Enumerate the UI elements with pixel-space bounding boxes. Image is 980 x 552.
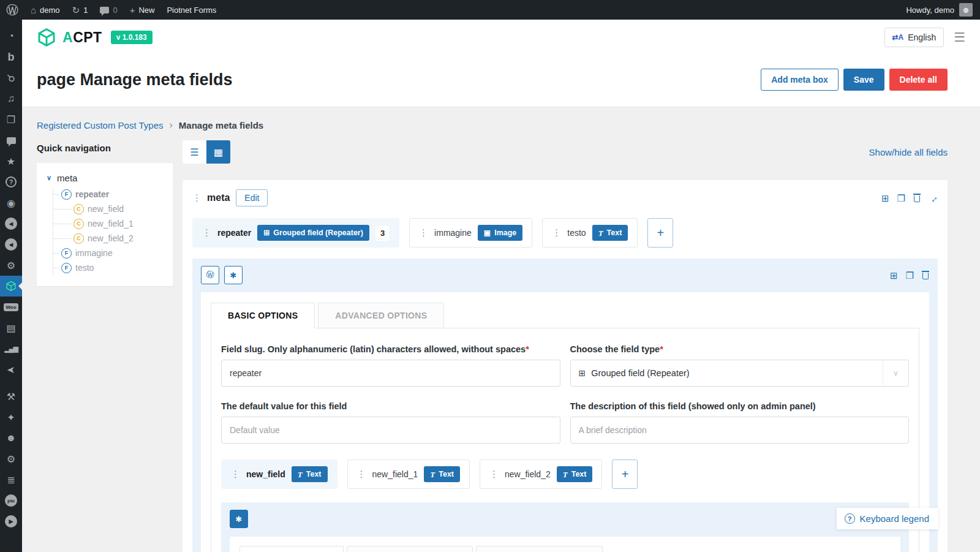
user-avatar[interactable]: ☻ [959,3,973,17]
text-field-icon: T [563,471,568,478]
language-selector[interactable]: ⇄A English [884,28,944,47]
sidebar-item-video[interactable]: ◀ [0,213,22,234]
sidebar-item-settings[interactable]: ⚙ [0,255,22,276]
type-field-group: Choose the field type* ⊞ Grouped field (… [570,344,910,387]
tree-item-new-field-2[interactable]: C new_field_2 [53,231,165,246]
sidebar-item-location[interactable]: ◉ [0,192,22,213]
duplicate-icon[interactable]: ❐ [897,194,905,203]
default-value-label: The default value for this field [221,401,560,411]
tab-advanced-options[interactable]: ADVANCED OPTIONS [318,303,444,328]
sidebar-item-dashboard[interactable]: ◔ [0,26,22,47]
field-type-select[interactable]: ⊞ Grouped field (Repeater) ∨ [570,360,910,387]
tree-item-repeater[interactable]: F repeater [53,187,165,202]
wp-admin-bar: Ⓦ ⌂ demo ↻ 1 0 + New Piotnet Forms Howdy… [0,0,980,20]
hammer-icon: ⚒ [7,391,15,403]
sidebar-item-star[interactable]: ★ [0,151,22,172]
admin-bar-updates[interactable]: ↻ 1 [66,0,94,20]
sidebar-item-piotnet[interactable]: pio [0,490,22,511]
tab-conditional-logic[interactable]: CONDITIONAL LOGIC [476,546,602,552]
sidebar-item-archive[interactable]: ▤ [0,317,22,338]
add-sub-field-button[interactable]: + [612,459,638,489]
save-button[interactable]: Save [843,69,884,91]
sub-field-tab-new-field[interactable]: ⋮ new_field T Text [221,459,337,489]
expand-icon[interactable]: ↔ [927,191,940,204]
copy-plus-icon[interactable]: ⊞ [890,271,898,280]
acpt-brand[interactable]: ACPT v 1.0.183 [37,28,153,47]
field-tab-immagine[interactable]: ⋮ immagine ▣ Image [409,218,532,248]
sidebar-item-media[interactable]: ♫ [0,88,22,109]
tree-item-new-field-1[interactable]: C new_field_1 [53,216,165,231]
brand-name: ACPT [62,29,102,46]
field-badge-icon: F [61,189,72,200]
admin-bar-piotnet-forms[interactable]: Piotnet Forms [160,0,222,20]
required-toggle-button[interactable]: ✱ [224,266,243,284]
tab-basic-options[interactable]: BASIC OPTIONS [239,546,344,552]
hamburger-menu-icon[interactable]: ☰ [954,30,965,45]
sidebar-item-users[interactable]: ☻ [0,428,22,448]
updates-count: 1 [83,6,88,15]
chevron-down-icon: ∨ [883,360,908,386]
sidebar-item-pin[interactable]: ⚲ [0,67,22,88]
main-column: ☰ ▦ Show/hide all fields ⋮ meta Edit ⊞ ❐ [183,140,948,552]
field-tab-testo[interactable]: ⋮ testo T Text [542,218,638,248]
add-meta-box-button[interactable]: Add meta box [761,69,839,91]
sidebar-item-plugins[interactable]: ✦ [0,407,22,428]
sidebar-item-options[interactable]: ≣ [0,469,22,490]
grid-view-button[interactable]: ▦ [206,140,230,164]
admin-bar-comments[interactable]: 0 [94,0,123,20]
delete-all-button[interactable]: Delete all [889,69,948,91]
sidebar-item-help[interactable]: ? [0,172,22,192]
copy-plus-icon[interactable]: ⊞ [881,194,889,203]
description-input[interactable] [570,417,910,444]
field-type-badge: ⊞ Grouped field (Repeater) [257,225,369,241]
sub-field-tab-new-field-2[interactable]: ⋮ new_field_2 T Text [480,459,602,489]
tree-item-testo[interactable]: F testo [53,260,165,275]
required-toggle-button[interactable]: ✱ [230,510,248,528]
text-field-icon: T [298,471,303,478]
slug-input[interactable] [221,360,560,387]
tab-basic-options[interactable]: BASIC OPTIONS [211,303,315,328]
trash-icon[interactable] [913,194,921,202]
sidebar-item-tools[interactable]: ⚙ [0,448,22,469]
sub-field-tab-new-field-1[interactable]: ⋮ new_field_1 T Text [347,459,470,489]
sidebar-item-play[interactable]: ▶ [0,511,22,532]
play-icon: ▶ [5,515,17,527]
field-tab-repeater[interactable]: ⋮ repeater ⊞ Grouped field (Repeater) 3 [192,218,399,248]
tree-item-immagine[interactable]: F immagine [53,246,165,260]
sidebar-item-stats[interactable]: ▂▄▆ [0,338,22,359]
tree-root-meta[interactable]: ∨ meta [44,173,165,183]
sidebar-item-comments[interactable] [0,130,22,151]
field-name: immagine [434,228,472,238]
default-value-input[interactable] [221,417,560,444]
text-field-icon: T [430,471,435,478]
sidebar-item-b-plugin[interactable]: b [0,47,22,67]
drag-handle-icon[interactable]: ⋮ [192,192,202,203]
breadcrumb-parent-link[interactable]: Registered Custom Post Types [37,120,163,130]
list-view-button[interactable]: ☰ [183,140,206,164]
duplicate-icon[interactable]: ❐ [906,271,914,280]
wordpress-logo-icon[interactable]: Ⓦ [0,2,24,18]
tree-item-new-field[interactable]: C new_field [53,202,165,216]
woocommerce-icon: Woo [4,303,18,311]
keyboard-legend-button[interactable]: ? Keyboard legend [837,508,938,529]
wordpress-toggle-button[interactable]: Ⓦ [201,266,219,284]
sidebar-item-pages[interactable]: ❐ [0,109,22,130]
selected-field-type: Grouped field (Repeater) [591,368,689,378]
add-field-button[interactable]: + [647,218,673,248]
sidebar-item-video-alt[interactable]: ◀ [0,234,22,255]
show-hide-all-fields-link[interactable]: Show/hide all fields [869,147,948,157]
edit-button[interactable]: Edit [236,189,268,206]
howdy-label[interactable]: Howdy, demo [906,6,954,15]
sidebar-item-marketing[interactable]: ➤ [0,359,22,380]
trash-icon[interactable] [922,271,929,279]
video-icon: ◀ [5,217,17,230]
sidebar-item-acpt[interactable] [0,276,22,297]
sidebar-item-woocommerce[interactable]: Woo [0,297,22,317]
field-type-label: Image [494,229,516,237]
admin-bar-new[interactable]: + New [124,0,161,20]
sub-field-editor-panel: ✱ ⊞ ❐ BASI [221,502,909,552]
tab-advanced-options[interactable]: ADVANCED OPTIONS [347,546,473,552]
admin-bar-site-menu[interactable]: ⌂ demo [24,0,66,20]
page-header: page Manage meta fields Add meta box Sav… [22,55,980,107]
sidebar-item-tools-hammer[interactable]: ⚒ [0,386,22,407]
